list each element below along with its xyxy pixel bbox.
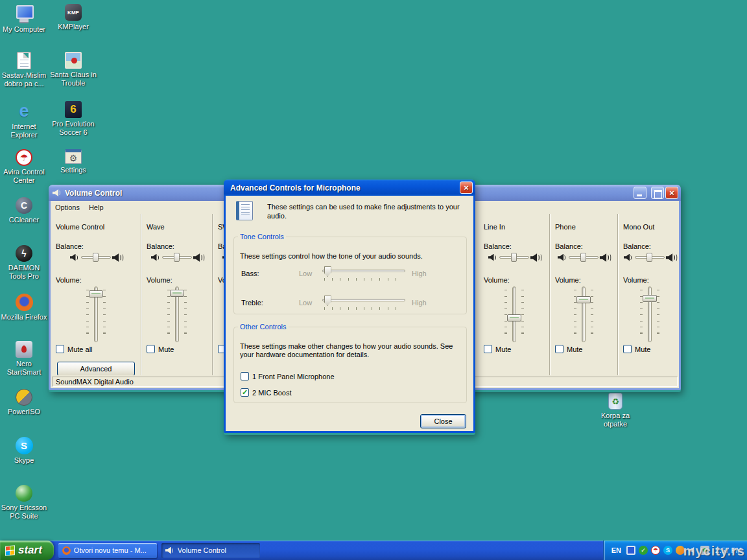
- firefox-icon: [16, 294, 33, 311]
- desktop-icon-sony-ericsson[interactable]: Sony Ericsson PC Suite: [1, 485, 47, 520]
- balance-thumb[interactable]: [511, 253, 517, 262]
- volume-slider[interactable]: [572, 286, 595, 342]
- mute-checkbox[interactable]: Mute: [555, 345, 582, 353]
- close-dialog-button[interactable]: ×: [460, 181, 473, 194]
- mute-checkbox[interactable]: Mute: [147, 345, 174, 353]
- system-tray: EN ✓ ☂ S 2:57 PM: [603, 541, 747, 560]
- balance-thumb[interactable]: [646, 253, 652, 262]
- desktop-icon-skype[interactable]: Skype: [1, 437, 47, 465]
- tray-avira-icon[interactable]: ☂: [651, 546, 660, 555]
- mixer-panel-wave: Wave Balance: Volume: Mute: [141, 214, 213, 375]
- checkbox-box[interactable]: [623, 345, 632, 353]
- tray-safely-remove-icon[interactable]: [700, 546, 709, 555]
- balance-slider[interactable]: [482, 251, 546, 263]
- window-title: Volume Control: [65, 189, 122, 198]
- settings-gear-icon: [65, 149, 82, 164]
- balance-slider[interactable]: [54, 251, 137, 263]
- balance-label: Balance:: [147, 242, 174, 250]
- desktop-icon-avira[interactable]: Avira Control Center: [1, 149, 47, 185]
- balance-slider[interactable]: [553, 251, 614, 263]
- desktop-icon-nero[interactable]: Nero StartSmart: [1, 341, 47, 377]
- desktop-icon-ccleaner[interactable]: CCleaner: [1, 197, 47, 224]
- my-computer-icon: [14, 4, 34, 23]
- desktop-icon-santa-claus[interactable]: Santa Claus in Trouble: [50, 52, 97, 88]
- tone-controls-desc: These settings control how the tone of y…: [240, 252, 423, 261]
- windows-flag-icon: [6, 546, 14, 555]
- mute-checkbox[interactable]: Mute: [484, 345, 511, 353]
- desktop-icon-daemon-tools[interactable]: DAEMON Tools Pro: [1, 245, 47, 281]
- tray-skype-icon[interactable]: S: [663, 546, 672, 555]
- menu-options[interactable]: Options: [51, 202, 84, 213]
- mixer-panel-volume-control: Volume Control Balance: Volume: Mut: [51, 214, 141, 375]
- balance-thumb[interactable]: [93, 253, 99, 262]
- mute-checkbox[interactable]: Mute: [623, 345, 650, 353]
- desktop-icon-settings[interactable]: Settings: [50, 149, 97, 174]
- tray-display-icon[interactable]: [626, 546, 635, 555]
- checkbox-box[interactable]: [484, 345, 492, 353]
- bass-slider-thumb[interactable]: [324, 266, 331, 277]
- other-controls-desc: These settings make other changes to how…: [240, 342, 454, 359]
- treble-slider[interactable]: [322, 296, 405, 311]
- checkbox-box[interactable]: [147, 345, 155, 353]
- desktop-icon-recycle-bin[interactable]: Korpa za otpatke: [592, 393, 639, 428]
- volume-thumb[interactable]: [507, 314, 521, 321]
- tone-controls-group: Tone Controls These settings control how…: [233, 233, 467, 314]
- firefox-task-icon: [62, 546, 71, 555]
- poweriso-icon: [16, 389, 32, 406]
- volume-slider[interactable]: [503, 286, 526, 342]
- mic-boost-checkbox[interactable]: ✓ 2 MIC Boost: [241, 388, 292, 397]
- volume-slider[interactable]: [638, 286, 661, 342]
- speaker-high-icon: [666, 252, 677, 262]
- advanced-button[interactable]: Advanced: [57, 362, 135, 375]
- start-button[interactable]: start: [0, 541, 54, 560]
- language-indicator[interactable]: EN: [611, 546, 621, 554]
- desktop-icon-poweriso[interactable]: PowerISO: [1, 389, 47, 416]
- menu-help[interactable]: Help: [84, 202, 108, 213]
- checkbox-box[interactable]: [56, 345, 64, 353]
- balance-thumb[interactable]: [580, 253, 586, 262]
- taskbar-task-volume-control[interactable]: Volume Control: [161, 543, 260, 558]
- volume-thumb[interactable]: [643, 295, 657, 302]
- mixer-panel-mono-out: Mono Out Balance: Volume: Mute: [618, 214, 679, 375]
- desktop: My Computer KMPlayer Sastav-Mislim dobro…: [0, 0, 747, 560]
- checkbox-box[interactable]: [555, 345, 563, 353]
- daemon-tools-icon: [16, 245, 32, 262]
- tray-volume-icon[interactable]: [688, 546, 697, 555]
- volume-slider[interactable]: [84, 286, 108, 342]
- volume-task-icon: [165, 546, 174, 555]
- tray-shield-icon[interactable]: ✓: [639, 546, 648, 555]
- volume-thumb[interactable]: [89, 290, 103, 298]
- balance-slider[interactable]: [621, 251, 678, 263]
- dialog-titlebar[interactable]: Advanced Controls for Microphone ×: [224, 180, 475, 196]
- tray-messenger-icon[interactable]: [676, 546, 685, 555]
- other-controls-legend: Other Controls: [238, 323, 289, 331]
- desktop-icon-internet-explorer[interactable]: Internet Explorer: [1, 101, 47, 139]
- balance-slider[interactable]: [145, 251, 209, 263]
- desktop-icon-sastav-document[interactable]: Sastav-Mislim dobro pa c...: [1, 52, 47, 88]
- bass-slider[interactable]: [322, 266, 405, 282]
- desktop-icon-pes6[interactable]: Pro Evolution Soccer 6: [50, 101, 97, 137]
- desktop-icon-my-computer[interactable]: My Computer: [1, 4, 47, 34]
- close-button[interactable]: Close: [420, 414, 466, 428]
- maximize-button[interactable]: [651, 187, 664, 199]
- close-window-button[interactable]: ×: [665, 187, 678, 199]
- volume-thumb[interactable]: [170, 290, 184, 297]
- volume-slider[interactable]: [165, 286, 189, 342]
- mute-all-checkbox[interactable]: Mute all: [56, 345, 93, 353]
- desktop-icon-kmplayer[interactable]: KMPlayer: [50, 4, 97, 31]
- checkbox-box-checked[interactable]: ✓: [241, 388, 249, 397]
- volume-app-icon: [53, 189, 62, 197]
- desktop-icon-firefox[interactable]: Mozilla Firefox: [1, 294, 47, 321]
- front-panel-mic-checkbox[interactable]: 1 Front Panel Microphone: [241, 372, 335, 380]
- skype-icon: [16, 437, 33, 454]
- volume-thumb[interactable]: [576, 296, 591, 303]
- speaker-high-icon: [600, 252, 611, 262]
- speaker-low-icon: [151, 253, 160, 262]
- checkbox-box[interactable]: [241, 372, 249, 380]
- taskbar-task-firefox[interactable]: Otvori novu temu - M...: [58, 543, 157, 558]
- advanced-controls-dialog: Advanced Controls for Microphone × These…: [224, 180, 475, 435]
- balance-thumb[interactable]: [174, 253, 180, 262]
- minimize-button[interactable]: [634, 187, 646, 199]
- treble-slider-thumb[interactable]: [324, 296, 331, 306]
- other-controls-group: Other Controls These settings make other…: [233, 323, 467, 403]
